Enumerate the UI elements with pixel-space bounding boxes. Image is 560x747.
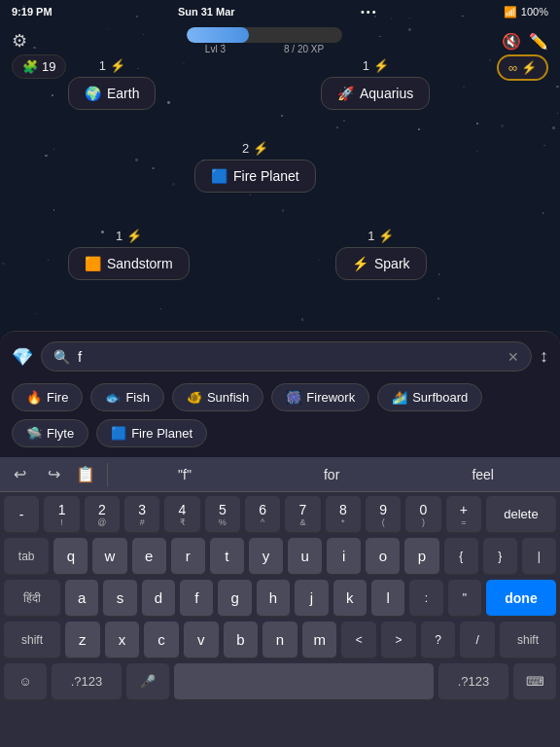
fireplanet-cost: 2 ⚡ xyxy=(242,141,268,156)
key-6[interactable]: 6^ xyxy=(245,496,280,533)
key-2[interactable]: 2@ xyxy=(85,496,120,533)
space-key[interactable] xyxy=(174,663,434,700)
delete-key[interactable]: delete xyxy=(486,496,556,533)
chip-sunfish[interactable]: 🐠 Sunfish xyxy=(172,383,263,411)
key-colon[interactable]: : xyxy=(409,580,442,617)
undo-button[interactable]: ↩ xyxy=(0,465,40,483)
key-8[interactable]: 8* xyxy=(326,496,361,533)
chip-fire[interactable]: 🔥 Fire xyxy=(12,383,83,411)
search-input-wrapper[interactable]: 🔍 ✕ xyxy=(41,341,532,372)
pred-2[interactable]: for xyxy=(312,463,351,486)
key-a[interactable]: a xyxy=(65,580,98,617)
emoji-key[interactable]: ☺ xyxy=(4,663,47,700)
planet-sandstorm[interactable]: 1 ⚡ 🟧 Sandstorm xyxy=(68,229,190,280)
key-1[interactable]: 1! xyxy=(44,496,79,533)
earth-emoji: 🌍 xyxy=(85,86,101,101)
chip-fireplanet2[interactable]: 🟦 Fire Planet xyxy=(96,419,207,447)
pred-3[interactable]: feel xyxy=(460,463,506,486)
num-toggle-key-left[interactable]: .?123 xyxy=(52,663,122,700)
mic-key[interactable]: 🎤 xyxy=(126,663,169,700)
key-question[interactable]: ? xyxy=(421,622,456,658)
key-rbrace[interactable]: } xyxy=(483,538,517,575)
fireplanet2-label: Fire Planet xyxy=(131,426,192,441)
key-q[interactable]: q xyxy=(53,538,88,575)
key-s[interactable]: s xyxy=(103,580,136,617)
pred-1[interactable]: "f" xyxy=(166,463,203,486)
shift-key-right[interactable]: shift xyxy=(500,622,556,658)
key-c[interactable]: c xyxy=(144,622,179,658)
bolt-icon[interactable]: ✏️ xyxy=(529,32,548,51)
key-v[interactable]: v xyxy=(184,622,219,658)
done-key[interactable]: done xyxy=(486,580,556,617)
key-minus[interactable]: - xyxy=(4,496,39,533)
sandstorm-button[interactable]: 🟧 Sandstorm xyxy=(68,247,190,280)
key-f[interactable]: f xyxy=(180,580,213,617)
key-5[interactable]: 5% xyxy=(205,496,240,533)
key-e[interactable]: e xyxy=(132,538,166,575)
key-n[interactable]: n xyxy=(262,622,298,658)
shift-key-left[interactable]: shift xyxy=(4,622,60,658)
paste-button[interactable]: 📋 xyxy=(68,465,103,483)
key-quote[interactable]: " xyxy=(448,580,481,617)
key-p[interactable]: p xyxy=(404,538,438,575)
key-plus[interactable]: += xyxy=(446,496,481,533)
battery-text: 100% xyxy=(521,6,548,18)
redo-button[interactable]: ↪ xyxy=(40,465,68,483)
key-o[interactable]: o xyxy=(366,538,400,575)
key-gt[interactable]: > xyxy=(381,622,416,658)
key-0[interactable]: 0) xyxy=(405,496,440,533)
key-t[interactable]: t xyxy=(210,538,244,575)
fireplanet-button[interactable]: 🟦 Fire Planet xyxy=(194,160,316,193)
spark-button[interactable]: ⚡ Spark xyxy=(335,247,427,280)
planet-spark[interactable]: 1 ⚡ ⚡ Spark xyxy=(335,229,427,280)
bottom-row: ☺ .?123 🎤 .?123 ⌨ xyxy=(4,663,556,700)
key-slash[interactable]: / xyxy=(460,622,495,658)
infinity-badge[interactable]: ∞ ⚡ xyxy=(497,54,548,81)
key-u[interactable]: u xyxy=(288,538,322,575)
settings-icon[interactable]: ⚙ xyxy=(12,30,27,52)
key-lt[interactable]: < xyxy=(341,622,376,658)
key-g[interactable]: g xyxy=(218,580,251,617)
key-r[interactable]: r xyxy=(171,538,205,575)
key-9[interactable]: 9( xyxy=(366,496,401,533)
key-i[interactable]: i xyxy=(327,538,361,575)
key-j[interactable]: j xyxy=(295,580,328,617)
sort-icon[interactable]: ↕ xyxy=(540,346,548,367)
status-date: Sun 31 Mar xyxy=(178,6,235,18)
search-input[interactable] xyxy=(78,348,500,365)
aquarius-button[interactable]: 🚀 Aquarius xyxy=(321,77,430,110)
level-bar xyxy=(187,27,342,43)
earth-button[interactable]: 🌍 Earth xyxy=(68,77,156,110)
key-3[interactable]: 3# xyxy=(124,496,159,533)
chip-fish[interactable]: 🐟 Fish xyxy=(90,383,164,411)
hindi-key[interactable]: हिंदी xyxy=(4,580,60,617)
key-lbrace[interactable]: { xyxy=(444,538,478,575)
chip-surfboard[interactable]: 🏄 Surfboard xyxy=(377,383,482,411)
key-b[interactable]: b xyxy=(224,622,259,658)
key-7[interactable]: 7& xyxy=(285,496,320,533)
search-clear-icon[interactable]: ✕ xyxy=(508,349,519,365)
num-toggle-key-right[interactable]: .?123 xyxy=(438,663,508,700)
key-d[interactable]: d xyxy=(142,580,175,617)
key-z[interactable]: z xyxy=(65,622,100,658)
key-l[interactable]: l xyxy=(371,580,404,617)
puzzle-badge[interactable]: 🧩 19 xyxy=(12,54,66,79)
key-x[interactable]: x xyxy=(105,622,140,658)
puzzle-count: 19 xyxy=(42,59,55,74)
chip-flyte[interactable]: 🛸 Flyte xyxy=(12,419,88,447)
planet-aquarius[interactable]: 1 ⚡ 🚀 Aquarius xyxy=(321,58,430,110)
spark-emoji: ⚡ xyxy=(352,256,368,271)
key-pipe[interactable]: | xyxy=(522,538,556,575)
key-k[interactable]: k xyxy=(333,580,367,617)
key-y[interactable]: y xyxy=(249,538,283,575)
key-m[interactable]: m xyxy=(302,622,337,658)
tab-key[interactable]: tab xyxy=(4,538,49,575)
key-w[interactable]: w xyxy=(92,538,126,575)
keyboard-hide-key[interactable]: ⌨ xyxy=(513,663,556,700)
planet-fireplanet[interactable]: 2 ⚡ 🟦 Fire Planet xyxy=(194,141,316,193)
sound-icon[interactable]: 🔇 xyxy=(502,32,521,51)
planet-earth[interactable]: 1 ⚡ 🌍 Earth xyxy=(68,58,156,110)
key-h[interactable]: h xyxy=(257,580,290,617)
key-4[interactable]: 4₹ xyxy=(164,496,199,533)
chip-firework[interactable]: 🎆 Firework xyxy=(271,383,369,411)
